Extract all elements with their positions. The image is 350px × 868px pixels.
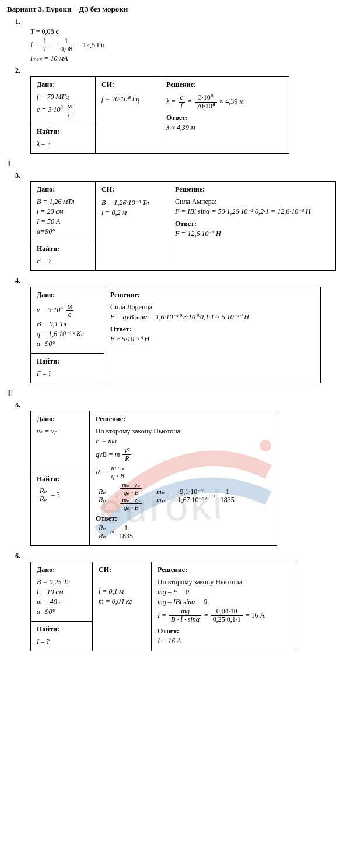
- p2-g1: f = 70 МГц: [37, 93, 69, 101]
- p2-si-header: СИ:: [102, 80, 154, 89]
- p3-s1: Сила Ампера:: [175, 197, 330, 206]
- p4-g1: v = 3·10: [37, 306, 60, 314]
- problem-4-number: 4.: [15, 277, 343, 285]
- p5-s2: F = ma: [96, 437, 117, 445]
- problem-2-number: 2.: [15, 66, 343, 75]
- problem-1-number: 1.: [15, 17, 343, 26]
- problem-5-table: Дано: vₑ = vₚ Решение: По второму закону…: [30, 411, 277, 546]
- p2-find-header: Найти:: [37, 128, 89, 136]
- p4-g4: α=90°: [37, 340, 55, 348]
- p1-l3: iₘₐₓ = 10 мА: [30, 54, 68, 62]
- section-2: II: [7, 160, 343, 168]
- p2-find: λ – ?: [37, 140, 50, 148]
- p6-s1: По второму закону Ньютона:: [158, 578, 292, 587]
- p6-given-header: Дано:: [37, 566, 86, 574]
- p6-si1: l = 0,1 м: [99, 587, 124, 595]
- problem-3-number: 3.: [15, 171, 343, 180]
- p6-find-header: Найти:: [37, 625, 86, 634]
- p5-ans-header: Ответ:: [96, 514, 271, 523]
- p2-g2: c = 3·10: [37, 106, 60, 114]
- p3-g2: l = 20 см: [37, 207, 63, 216]
- p5-find-header: Найти:: [37, 475, 83, 484]
- p4-g3: q = 1,6·10⁻¹⁹ Кл: [37, 330, 84, 338]
- p3-g4: α=90°: [37, 227, 55, 235]
- p1-l2-mid: =: [51, 41, 55, 49]
- p3-g3: I = 50 А: [37, 217, 60, 225]
- p3-s2: F = IBl sinα = 50·1,26·10⁻³·0,2·1 = 12,6…: [175, 207, 310, 216]
- p6-ans-header: Ответ:: [158, 627, 292, 636]
- p2-sol-lhs: λ =: [166, 98, 176, 106]
- page-title: Вариант 3. Еуроки – ДЗ без мороки: [7, 5, 343, 14]
- p2-sol-header: Решение:: [166, 80, 283, 89]
- p3-given-header: Дано:: [37, 185, 89, 194]
- p4-s2: F = qvB sinα = 1,6·10⁻¹⁹·3·10⁶·0,1·1 ≈ 5…: [110, 313, 249, 321]
- problem-2-table: Дано: f = 70 МГц c = 3·108 мс СИ: f = 70…: [30, 76, 289, 153]
- p5-s5: RₑRₚ = mₑ · vₑqₑ · B mₚ · vₚqₚ · B = mₑm…: [96, 481, 271, 511]
- p6-g4: α=90°: [37, 608, 55, 616]
- problem-6-number: 6.: [15, 552, 343, 560]
- p4-find: F – ?: [37, 369, 51, 377]
- p3-ans-header: Ответ:: [175, 220, 330, 228]
- p5-find: RₑRₚ – ?: [37, 487, 83, 503]
- p3-find: F – ?: [37, 257, 51, 265]
- p1-l2-frac2: 10,08: [58, 37, 74, 53]
- p5-ans: RₑRₚ ≈ 11835: [96, 524, 271, 540]
- p6-g1: B = 0,25 Тл: [37, 578, 70, 586]
- p6-sol-header: Решение:: [158, 566, 292, 574]
- p4-g2: B = 0,1 Тл: [37, 320, 66, 328]
- p2-ans-header: Ответ:: [166, 114, 283, 122]
- p5-s1: По второму закону Ньютона:: [96, 427, 271, 436]
- p4-find-header: Найти:: [37, 357, 98, 366]
- p2-ans: λ ≈ 4,39 м: [166, 124, 195, 132]
- p1-l2-frac1: 1T: [41, 37, 49, 53]
- p2-given-header: Дано:: [37, 80, 89, 89]
- p3-si-header: СИ:: [102, 185, 163, 194]
- problem-1-body: T = 0,08 с f = 1T = 10,08 = 12,5 Гц iₘₐₓ…: [30, 27, 343, 63]
- p6-g3: m = 40 г: [37, 598, 61, 606]
- p4-ans: F ≈ 5·10⁻¹⁴ Н: [110, 335, 149, 343]
- p4-ans-header: Ответ:: [110, 325, 314, 334]
- p1-l2-rhs: = 12,5 Гц: [77, 41, 104, 49]
- p6-s3: mg – IBl sinα = 0: [158, 598, 207, 606]
- p5-given-header: Дано:: [37, 415, 83, 424]
- p4-sol-header: Решение:: [110, 291, 314, 299]
- p6-ans: I = 16 А: [158, 637, 181, 645]
- p5-s4: R =: [96, 468, 106, 476]
- p3-find-header: Найти:: [37, 245, 89, 253]
- p3-si2: l = 0,2 м: [102, 209, 127, 217]
- problem-6-table: Дано: B = 0,25 Тл l = 10 см m = 40 г α=9…: [30, 562, 298, 651]
- section-3: III: [7, 389, 343, 397]
- p1-l1-eq: = 0,08 с: [36, 27, 59, 36]
- p1-l2-lhs: f =: [30, 41, 38, 49]
- p6-si-header: СИ:: [99, 566, 145, 574]
- p5-sol-header: Решение:: [96, 415, 271, 424]
- p4-given-header: Дано:: [37, 291, 98, 299]
- problem-3-table: Дано: B = 1,26 мТл l = 20 см I = 50 А α=…: [30, 181, 336, 271]
- p4-s1: Сила Лоренца:: [110, 303, 314, 312]
- p5-s3: qvB = m: [96, 450, 120, 458]
- p6-g2: l = 10 см: [37, 588, 63, 596]
- p1-l1-lhs: T: [30, 27, 34, 36]
- p6-s2: mg – F = 0: [158, 588, 189, 596]
- p6-find: I – ?: [37, 637, 50, 645]
- p3-g1: B = 1,26 мТл: [37, 197, 75, 206]
- p2-si1: f = 70·10⁶ Гц: [102, 95, 139, 103]
- p3-si1: B = 1,26·10⁻³ Тл: [102, 199, 149, 207]
- p5-g1: vₑ = vₚ: [37, 427, 57, 435]
- problem-5-number: 5.: [15, 401, 343, 410]
- p6-si2: m = 0,04 кг: [99, 597, 132, 605]
- p6-s4: I = mgB · l · sinα = 0,04·100,25·0,1·1 =…: [158, 608, 292, 623]
- p3-ans: F = 12,6·10⁻³ Н: [175, 230, 221, 238]
- problem-4-table: Дано: v = 3·106 мс B = 0,1 Тл q = 1,6·10…: [30, 287, 321, 383]
- p3-sol-header: Решение:: [175, 185, 330, 194]
- p2-g2-unit: мс: [66, 103, 74, 118]
